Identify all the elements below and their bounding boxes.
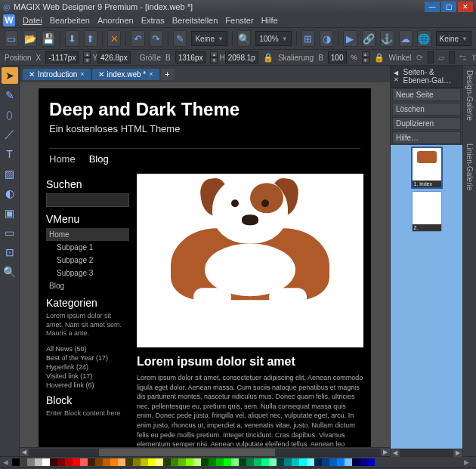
fill-tool[interactable]: ▨ xyxy=(2,165,18,182)
color-swatch[interactable] xyxy=(27,458,35,466)
page-sidebar[interactable]: Suchen VMenu Home Subpage 1 Subpage 2 Su… xyxy=(39,169,137,447)
help-button[interactable]: Hilfe… xyxy=(392,131,461,144)
color-swatch[interactable] xyxy=(345,458,352,466)
search-heading[interactable]: Suchen xyxy=(46,178,129,190)
height-field[interactable]: 2098.1p xyxy=(225,51,258,63)
x-spinner[interactable]: ▲▼ xyxy=(83,51,91,63)
style-dropdown[interactable]: Keine▼ xyxy=(436,31,472,46)
close-button[interactable]: ✕ xyxy=(458,2,473,12)
delete-button[interactable]: ✕ xyxy=(107,30,121,47)
w-spinner[interactable]: ▲▼ xyxy=(210,51,218,63)
color-swatch[interactable] xyxy=(231,458,239,466)
text-tool[interactable]: T xyxy=(2,146,18,162)
color-swatch[interactable] xyxy=(141,458,148,466)
y-field[interactable]: 426.8px xyxy=(97,51,131,63)
color-swatch[interactable] xyxy=(216,458,224,466)
color-swatch[interactable] xyxy=(163,458,171,466)
panel-scrollbar[interactable]: ◀▶ xyxy=(391,449,462,456)
article-body[interactable]: Lorem ipsum dolor sit amet, consectetuer… xyxy=(137,373,363,447)
rectangle-tool[interactable]: ▭ xyxy=(2,224,18,241)
shadow-tool[interactable]: ▣ xyxy=(2,205,18,221)
publish-button[interactable]: ☁ xyxy=(399,30,413,47)
lock-aspect-icon[interactable]: 🔒 xyxy=(263,51,274,63)
lock-scale-icon[interactable]: 🔒 xyxy=(374,51,385,63)
menu-extras[interactable]: Extras xyxy=(141,16,165,25)
delete-page-button[interactable]: Löschen xyxy=(392,103,461,116)
new-page-button[interactable]: Neue Seite xyxy=(392,88,461,101)
menu-edit[interactable]: Bearbeiten xyxy=(50,16,90,25)
color-swatch[interactable] xyxy=(201,458,209,466)
page-thumb-2[interactable]: 2. xyxy=(413,192,441,231)
kategorien-desc[interactable]: Lorem ipsum dolor sit amet. Nam sit amet… xyxy=(46,312,129,338)
sw-spinner[interactable]: ▲▼ xyxy=(362,51,369,63)
color-swatch[interactable] xyxy=(65,458,73,466)
color-swatch[interactable] xyxy=(307,458,314,466)
tab-index[interactable]: ✕ index.web * × xyxy=(92,69,159,80)
color-swatch[interactable] xyxy=(110,458,118,466)
color-swatch[interactable] xyxy=(133,458,141,466)
link-button[interactable]: 🔗 xyxy=(362,30,376,47)
color-swatch[interactable] xyxy=(367,458,375,466)
color-swatch[interactable] xyxy=(80,458,88,466)
page-thumb-1[interactable]: 1. index xyxy=(413,148,441,187)
zoom-tool-button[interactable]: 🔍 xyxy=(237,30,251,47)
vmenu-sub3[interactable]: Subpage 3 xyxy=(46,267,129,279)
preview-button[interactable]: ▶ xyxy=(343,30,357,47)
export-button[interactable]: ⬆ xyxy=(84,30,97,47)
eyedropper-button[interactable]: ✎ xyxy=(173,30,187,47)
hero-image[interactable] xyxy=(137,174,363,347)
color-swatch[interactable] xyxy=(35,458,42,466)
anchor-button[interactable]: ⚓ xyxy=(380,30,394,47)
page-content[interactable]: Lorem ipsum dolor sit amet Lorem ipsum d… xyxy=(137,169,371,447)
line-tool[interactable]: ／ xyxy=(2,126,18,143)
tab-add[interactable]: + xyxy=(161,69,175,80)
color-scroll-right-icon[interactable]: ▶ xyxy=(464,458,473,466)
transparency-tool[interactable]: ◐ xyxy=(2,185,18,202)
x-field[interactable]: -1117px xyxy=(45,51,79,63)
menu-arrange[interactable]: Anordnen xyxy=(97,16,134,25)
link-allnews[interactable]: All News (50) xyxy=(46,344,129,353)
link-hover[interactable]: Hovered link (6) xyxy=(46,381,129,390)
nav-blog[interactable]: Blog xyxy=(89,153,109,165)
undo-button[interactable]: ↶ xyxy=(131,30,144,47)
search-box[interactable] xyxy=(46,193,129,207)
open-button[interactable]: 📂 xyxy=(23,30,36,47)
angle-field[interactable] xyxy=(428,51,434,63)
import-button[interactable]: ⬇ xyxy=(65,30,79,47)
vmenu-blog[interactable]: Blog xyxy=(46,279,129,292)
photo-tool[interactable]: ⊡ xyxy=(2,244,18,261)
rotate-icon[interactable]: ⟳ xyxy=(416,51,423,63)
color-swatch[interactable] xyxy=(125,458,133,466)
color-swatch[interactable] xyxy=(20,458,27,466)
tab-introduction[interactable]: ✕ Introduction × xyxy=(23,69,91,80)
width-field[interactable]: 1316px xyxy=(175,51,206,63)
menu-window[interactable]: Fenster xyxy=(225,16,253,25)
maximize-button[interactable]: ▢ xyxy=(441,2,456,12)
color-swatch[interactable] xyxy=(329,458,337,466)
nav-home[interactable]: Home xyxy=(49,153,76,165)
color-swatch[interactable] xyxy=(12,458,20,466)
color-swatch[interactable] xyxy=(239,458,246,466)
close-icon[interactable]: × xyxy=(149,70,153,78)
color-swatch[interactable] xyxy=(103,458,110,466)
flip-h-icon[interactable]: ⥃ xyxy=(459,51,466,63)
link-visited[interactable]: Visited link (17) xyxy=(46,372,129,381)
color-swatch[interactable] xyxy=(299,458,307,466)
color-swatch[interactable] xyxy=(254,458,261,466)
color-swatch[interactable] xyxy=(292,458,299,466)
menu-file[interactable]: Datei xyxy=(23,16,42,25)
page-subtitle[interactable]: Ein kostenloses HTML Theme xyxy=(49,123,360,134)
vmenu-heading[interactable]: VMenu xyxy=(46,213,129,225)
grid-button[interactable]: ⊞ xyxy=(301,30,315,47)
color-swatch[interactable] xyxy=(42,458,50,466)
color-scroll-left-icon[interactable]: ◀ xyxy=(3,458,12,466)
color-swatch[interactable] xyxy=(314,458,322,466)
vmenu-sub1[interactable]: Subpage 1 xyxy=(46,241,129,254)
color-swatch[interactable] xyxy=(224,458,231,466)
shape-tool[interactable]: ⬯ xyxy=(2,106,18,123)
skew-icon[interactable]: ▱ xyxy=(438,51,444,63)
color-swatch[interactable] xyxy=(193,458,201,466)
article-title[interactable]: Lorem ipsum dolor sit amet xyxy=(137,355,363,369)
canvas[interactable]: Deep and Dark Theme Ein kostenloses HTML… xyxy=(20,82,390,447)
redo-button[interactable]: ↷ xyxy=(150,30,163,47)
